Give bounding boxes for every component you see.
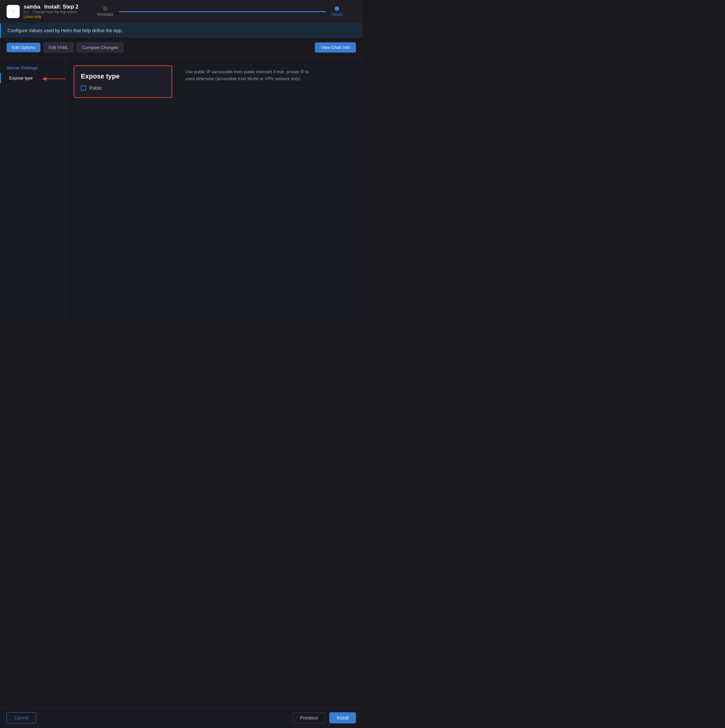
content-panel: Expose type Public Use public IP (access… [66,58,363,320]
progress-label-metadata: Metadata [97,12,113,17]
progress-dot-metadata [103,6,107,11]
expose-type-card: Expose type Public [74,65,172,98]
edit-yaml-button[interactable]: Edit YAML [43,42,74,52]
public-checkbox[interactable] [81,86,86,91]
edit-options-button[interactable]: Edit Options [6,43,40,52]
view-chart-info-button[interactable]: View Chart Info [315,42,356,52]
app-logo-text: ⚡ [12,10,15,13]
info-banner: Configure Values used by Helm that help … [0,23,363,38]
app-info: samba Install: Step 2 0.1 Change how the… [24,4,78,19]
platform-badge: Linux only [24,14,78,19]
app-name: samba [24,4,40,10]
arrow-annotation-icon [43,76,69,82]
sidebar-item-expose-type[interactable]: Expose type [0,73,65,83]
toolbar: Edit Options Edit YAML Compare Changes V… [0,38,363,58]
progress-step-values: Values [331,6,343,17]
app-version: 0.1 [24,10,29,14]
progress-track [119,11,326,12]
step-title: Install: Step 2 [44,4,78,10]
sidebar: Server Settings Expose type [0,58,66,320]
public-checkbox-label: Public [89,86,102,91]
progress-step-metadata: Metadata [97,6,113,17]
sidebar-section-server-settings[interactable]: Server Settings [0,63,65,73]
compare-changes-button[interactable]: Compare Changes [77,42,124,52]
expose-type-title: Expose type [81,73,165,80]
info-banner-text: Configure Values used by Helm that help … [8,28,123,33]
step-subtitle: Change how the App works [32,10,77,14]
progress-fill [119,11,326,12]
content-row: Expose type Public Use public IP (access… [74,65,355,103]
main-content: Server Settings Expose type Expose type [0,58,363,320]
progress-bar: Metadata Values [84,6,356,17]
progress-dot-values [334,6,339,11]
sidebar-item-label: Expose type [9,76,33,81]
progress-label-values: Values [331,12,343,17]
toolbar-right: View Chart Info [315,42,356,52]
expose-type-description: Use public IP (accessible from public In… [185,69,310,83]
checkbox-row: Public [81,86,165,91]
header: ⚡ samba Install: Step 2 0.1 Change how t… [0,0,363,23]
app-logo: ⚡ [6,5,20,18]
header-left: ⚡ samba Install: Step 2 0.1 Change how t… [6,4,78,19]
